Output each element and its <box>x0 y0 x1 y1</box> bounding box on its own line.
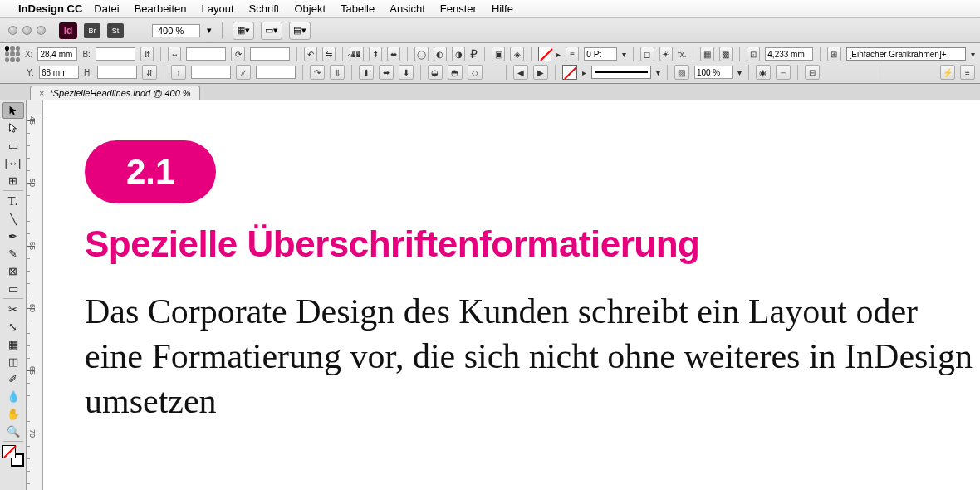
zoom-dropdown-icon[interactable]: ▾ <box>207 25 212 36</box>
stroke-dropdown-icon[interactable]: ▸ <box>582 68 586 77</box>
fx-label[interactable]: fx. <box>678 50 687 59</box>
rotate-icon[interactable]: ⟳ <box>231 47 244 61</box>
shear-field[interactable] <box>256 66 296 79</box>
y-position-field[interactable] <box>39 66 79 79</box>
select-content-icon[interactable]: ◈ <box>510 47 523 61</box>
constrain-proportions-icon[interactable]: ⇵ <box>140 47 154 61</box>
gradient-feather-tool[interactable]: ◫ <box>2 353 24 370</box>
pathfinder-minus-back-icon[interactable]: ◓ <box>448 65 463 80</box>
align-right-icon[interactable]: ⬌ <box>387 47 400 61</box>
paragraph-mark-icon[interactable]: ₽ <box>470 47 478 61</box>
align-left-icon[interactable]: �ླ� <box>350 47 363 61</box>
bridge-button[interactable]: Br <box>84 23 100 38</box>
panel-menu-icon[interactable]: ≡ <box>960 65 975 80</box>
convert-shape-icon[interactable]: ◇ <box>468 65 483 80</box>
pathfinder-unite-icon[interactable]: ◯ <box>414 47 428 61</box>
drop-shadow-icon[interactable]: ▧ <box>674 65 689 80</box>
stroke-style-selector[interactable] <box>591 66 651 79</box>
flip-horizontal-icon[interactable]: ⇋ <box>322 47 336 61</box>
gap-tool[interactable]: |↔| <box>2 154 24 171</box>
eyedropper-tool[interactable]: 💧 <box>2 388 24 404</box>
constrain-proportions-icon[interactable]: ⇵ <box>142 65 157 80</box>
chapter-number-pill[interactable]: 2.1 <box>85 140 216 203</box>
body-text[interactable]: Das Corporate Design des Kunden schreibt… <box>85 290 980 424</box>
select-previous-icon[interactable]: ◀ <box>513 65 528 80</box>
stock-button[interactable]: St <box>107 23 124 38</box>
scissors-tool[interactable]: ✂ <box>2 301 24 317</box>
corner-options-icon[interactable]: ◻ <box>640 47 654 61</box>
menu-ansicht[interactable]: Ansicht <box>390 2 425 15</box>
text-wrap-shape-icon[interactable]: ◉ <box>756 65 771 80</box>
stroke-weight-dropdown-icon[interactable]: ▾ <box>622 50 626 59</box>
auto-fit-icon[interactable]: ⊟ <box>805 65 820 80</box>
scale-y-icon[interactable]: ↕ <box>171 65 186 80</box>
fill-swatch[interactable] <box>538 47 551 61</box>
object-style-field[interactable] <box>846 47 966 61</box>
menu-schrift[interactable]: Schrift <box>249 2 280 15</box>
pencil-tool[interactable]: ✎ <box>2 245 24 262</box>
align-center-icon[interactable]: ⬍ <box>369 47 382 61</box>
x-position-field[interactable] <box>37 47 77 61</box>
flip-vertical-icon[interactable]: ⥮ <box>330 65 345 80</box>
menu-fenster[interactable]: Fenster <box>440 2 477 15</box>
effects-icon[interactable]: ☀ <box>659 47 673 61</box>
text-wrap-none-icon[interactable]: ▦ <box>700 47 713 61</box>
window-minimize-icon[interactable] <box>22 26 32 35</box>
zoom-level-field[interactable]: 400 % <box>152 24 200 37</box>
menu-bearbeiten[interactable]: Bearbeiten <box>135 2 187 15</box>
scale-x-icon[interactable]: ↔ <box>168 47 181 61</box>
pen-tool[interactable]: ✒ <box>2 228 24 244</box>
align-bottom-icon[interactable]: ⬇ <box>399 65 414 80</box>
width-field[interactable] <box>96 47 135 61</box>
rotate-ccw-icon[interactable]: ↶ <box>304 47 317 61</box>
shear-icon[interactable]: ⫽ <box>236 65 251 80</box>
content-collector-tool[interactable]: ⊞ <box>2 172 24 189</box>
rectangle-tool[interactable]: ▭ <box>2 280 24 296</box>
opacity-dropdown-icon[interactable]: ▾ <box>737 68 742 77</box>
vertical-ruler[interactable]: 455055606570 <box>27 115 43 490</box>
pathfinder-intersect-icon[interactable]: ◑ <box>452 47 465 61</box>
page-tool[interactable]: ▭ <box>2 137 24 154</box>
zoom-tool[interactable]: 🔍 <box>2 423 24 439</box>
stroke-weight-field[interactable] <box>584 47 617 61</box>
text-wrap-jump-icon[interactable]: ⎓ <box>776 65 791 80</box>
text-wrap-bounding-icon[interactable]: ▩ <box>719 47 733 61</box>
hand-tool[interactable]: ✋ <box>2 405 24 422</box>
window-zoom-icon[interactable] <box>37 26 46 35</box>
fill-color-icon[interactable] <box>2 445 16 458</box>
pathfinder-subtract-icon[interactable]: ◐ <box>434 47 447 61</box>
window-close-icon[interactable] <box>8 26 17 35</box>
object-style-icon[interactable]: ⊞ <box>827 47 840 61</box>
tab-close-icon[interactable]: × <box>39 88 44 98</box>
rotate-field[interactable] <box>250 47 290 61</box>
app-name[interactable]: InDesign CC <box>18 2 82 15</box>
menu-hilfe[interactable]: Hilfe <box>492 2 513 15</box>
height-field[interactable] <box>97 66 137 79</box>
selection-tool[interactable] <box>2 102 24 119</box>
fit-value-field[interactable] <box>765 47 813 61</box>
note-tool[interactable]: ✐ <box>2 370 24 387</box>
menu-datei[interactable]: Datei <box>94 2 119 15</box>
arrange-documents-button[interactable]: ▤▾ <box>289 22 311 40</box>
rotate-cw-icon[interactable]: ↷ <box>310 65 325 80</box>
menu-objekt[interactable]: Objekt <box>294 2 326 15</box>
stroke-swatch[interactable] <box>562 65 577 80</box>
document-tab[interactable]: × *SpezielleHeadlines.indd @ 400 % <box>30 86 200 100</box>
fill-stroke-swatch[interactable] <box>2 445 24 467</box>
reference-point-selector[interactable] <box>5 46 20 62</box>
pathfinder-exclude-icon[interactable]: ◒ <box>428 65 443 80</box>
stroke-style-dropdown-icon[interactable]: ▾ <box>656 68 660 77</box>
rectangle-frame-tool[interactable]: ⊠ <box>2 262 24 279</box>
opacity-field[interactable] <box>694 66 733 79</box>
menu-layout[interactable]: Layout <box>202 2 234 15</box>
heading-text[interactable]: Spezielle Überschriftenformatierung <box>85 223 980 265</box>
direct-selection-tool[interactable] <box>2 120 24 136</box>
free-transform-tool[interactable]: ⤡ <box>2 318 24 335</box>
window-traffic-lights[interactable] <box>8 26 46 35</box>
gradient-swatch-tool[interactable]: ▦ <box>2 336 24 352</box>
document-canvas[interactable]: 2.1 Spezielle Überschriftenformatierung … <box>43 115 980 490</box>
object-style-dropdown-icon[interactable]: ▾ <box>971 50 975 59</box>
select-next-icon[interactable]: ▶ <box>533 65 548 80</box>
quick-apply-icon[interactable]: ⚡ <box>940 65 955 80</box>
align-top-icon[interactable]: ⬆ <box>359 65 374 80</box>
